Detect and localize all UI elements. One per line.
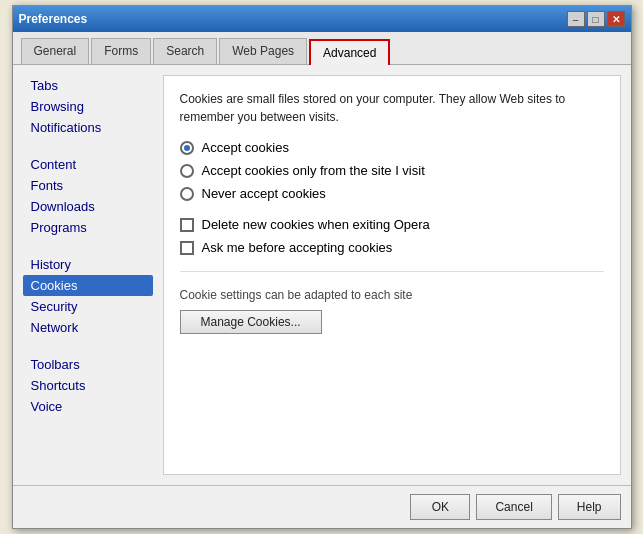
sidebar-group-3: History Cookies Security Network <box>23 254 153 338</box>
tab-advanced[interactable]: Advanced <box>309 39 390 65</box>
tab-bar: General Forms Search Web Pages Advanced <box>13 32 631 65</box>
sidebar: Tabs Browsing Notifications Content Font… <box>23 75 153 475</box>
radio-accept-all[interactable]: Accept cookies <box>180 140 604 155</box>
radio-never-accept-icon <box>180 187 194 201</box>
radio-accept-visited-label: Accept cookies only from the site I visi… <box>202 163 425 178</box>
minimize-button[interactable]: – <box>567 11 585 27</box>
checkbox-ask-before-box <box>180 241 194 255</box>
help-button[interactable]: Help <box>558 494 621 520</box>
sidebar-item-network[interactable]: Network <box>23 317 153 338</box>
maximize-button[interactable]: □ <box>587 11 605 27</box>
sidebar-group-2: Content Fonts Downloads Programs <box>23 154 153 238</box>
sidebar-item-programs[interactable]: Programs <box>23 217 153 238</box>
sidebar-item-content[interactable]: Content <box>23 154 153 175</box>
checkbox-ask-before[interactable]: Ask me before accepting cookies <box>180 240 604 255</box>
radio-accept-visited[interactable]: Accept cookies only from the site I visi… <box>180 163 604 178</box>
title-bar: Preferences – □ ✕ <box>13 6 631 32</box>
sidebar-item-fonts[interactable]: Fonts <box>23 175 153 196</box>
cookie-settings-label: Cookie settings can be adapted to each s… <box>180 288 604 302</box>
tab-search[interactable]: Search <box>153 38 217 64</box>
window-controls: – □ ✕ <box>567 11 625 27</box>
sidebar-item-toolbars[interactable]: Toolbars <box>23 354 153 375</box>
radio-accept-all-dot <box>184 145 190 151</box>
sidebar-item-tabs[interactable]: Tabs <box>23 75 153 96</box>
sidebar-item-history[interactable]: History <box>23 254 153 275</box>
tab-forms[interactable]: Forms <box>91 38 151 64</box>
cancel-button[interactable]: Cancel <box>476 494 551 520</box>
radio-never-accept-label: Never accept cookies <box>202 186 326 201</box>
sidebar-group-1: Tabs Browsing Notifications <box>23 75 153 138</box>
sidebar-item-shortcuts[interactable]: Shortcuts <box>23 375 153 396</box>
radio-accept-visited-icon <box>180 164 194 178</box>
radio-never-accept[interactable]: Never accept cookies <box>180 186 604 201</box>
sidebar-item-downloads[interactable]: Downloads <box>23 196 153 217</box>
radio-accept-all-label: Accept cookies <box>202 140 289 155</box>
checkbox-delete-on-exit-label: Delete new cookies when exiting Opera <box>202 217 430 232</box>
radio-group-cookies: Accept cookies Accept cookies only from … <box>180 140 604 201</box>
manage-cookies-button[interactable]: Manage Cookies... <box>180 310 322 334</box>
content-area: Tabs Browsing Notifications Content Font… <box>13 65 631 485</box>
sidebar-item-voice[interactable]: Voice <box>23 396 153 417</box>
sidebar-item-notifications[interactable]: Notifications <box>23 117 153 138</box>
checkbox-ask-before-label: Ask me before accepting cookies <box>202 240 393 255</box>
sidebar-item-browsing[interactable]: Browsing <box>23 96 153 117</box>
window-title: Preferences <box>19 12 88 26</box>
checkbox-delete-on-exit[interactable]: Delete new cookies when exiting Opera <box>180 217 604 232</box>
sidebar-item-security[interactable]: Security <box>23 296 153 317</box>
sidebar-item-cookies[interactable]: Cookies <box>23 275 153 296</box>
cookies-description: Cookies are small files stored on your c… <box>180 90 604 126</box>
footer-bar: OK Cancel Help <box>13 485 631 528</box>
radio-accept-all-icon <box>180 141 194 155</box>
ok-button[interactable]: OK <box>410 494 470 520</box>
checkbox-group-cookies: Delete new cookies when exiting Opera As… <box>180 217 604 272</box>
tab-webpages[interactable]: Web Pages <box>219 38 307 64</box>
sidebar-group-4: Toolbars Shortcuts Voice <box>23 354 153 417</box>
tab-general[interactable]: General <box>21 38 90 64</box>
preferences-window: Preferences – □ ✕ General Forms Search W… <box>12 5 632 529</box>
checkbox-delete-on-exit-box <box>180 218 194 232</box>
main-panel: Cookies are small files stored on your c… <box>163 75 621 475</box>
close-button[interactable]: ✕ <box>607 11 625 27</box>
